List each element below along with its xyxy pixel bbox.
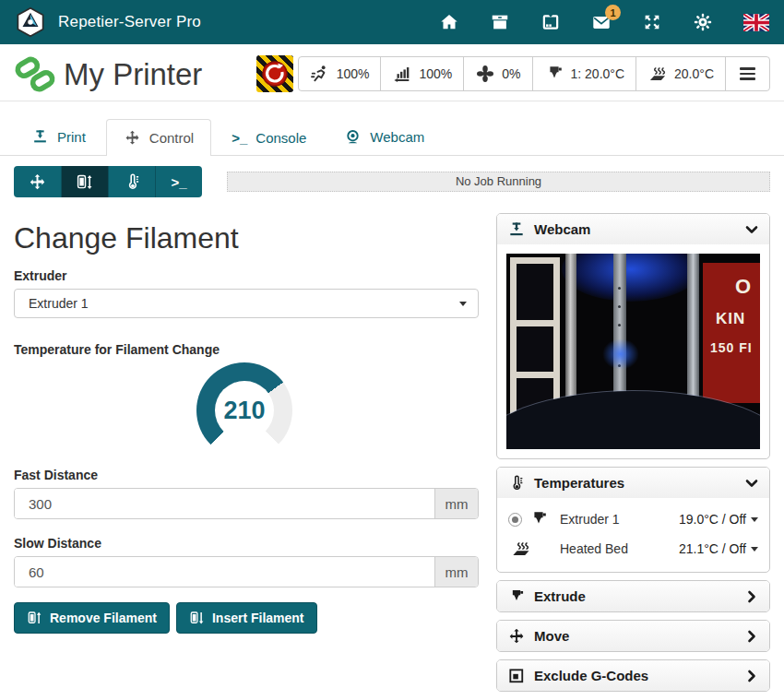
tab-control[interactable]: Control xyxy=(106,119,211,156)
webcam-left-rail xyxy=(565,254,576,418)
temperatures-panel: Temperatures Extruder 1 19.0°C / Off xyxy=(496,467,770,573)
remove-filament-label: Remove Filament xyxy=(50,611,157,625)
print-queue-icon[interactable] xyxy=(540,12,561,32)
exclude-region-icon xyxy=(507,667,526,685)
chevron-right-icon xyxy=(744,629,759,644)
temperature-label: Temperature for Filament Change xyxy=(14,342,479,357)
fast-distance-group: mm xyxy=(14,488,479,519)
filament-change-button[interactable] xyxy=(61,166,108,197)
extruder-select[interactable]: Extruder 1 xyxy=(14,289,479,318)
control-toolbar-row: >_ No Job Running xyxy=(14,166,770,197)
extruder-select-value: Extruder 1 xyxy=(29,296,89,311)
bed-temp-status[interactable]: 20.0°C xyxy=(636,57,725,90)
fan-icon xyxy=(475,64,495,84)
extruder-row-label: Extruder 1 xyxy=(560,512,620,527)
repetier-logo-icon xyxy=(15,6,46,38)
flow-multiplier-status[interactable]: 100% xyxy=(380,57,463,90)
temperature-gauge-value: 210 xyxy=(196,362,292,458)
tab-console[interactable]: >_ Console xyxy=(214,120,324,155)
filament-icon xyxy=(76,172,95,192)
fast-distance-label: Fast Distance xyxy=(14,468,479,482)
settings-gear-icon[interactable] xyxy=(693,12,713,32)
extruder-nozzle-icon xyxy=(544,64,564,84)
webcam-blue-glow-small xyxy=(602,338,639,370)
temperatures-panel-header[interactable]: Temperatures xyxy=(497,468,769,498)
slow-distance-label: Slow Distance xyxy=(14,536,479,551)
webcam-panel-title: Webcam xyxy=(534,221,590,237)
extruder-radio[interactable] xyxy=(508,513,522,527)
heated-bed-row-label: Heated Bed xyxy=(560,541,628,556)
job-status-bar: No Job Running xyxy=(227,172,770,192)
repetier-server-app: Repetier-Server Pro 1 xyxy=(0,0,784,700)
heated-bed-icon xyxy=(647,64,668,84)
extrude-panel: Extrude xyxy=(496,580,770,612)
console-icon: >_ xyxy=(171,174,186,190)
heated-bed-temperature-row: Heated Bed 21.1°C / Off xyxy=(508,534,758,564)
messages-icon[interactable]: 1 xyxy=(591,12,612,32)
emergency-stop-button[interactable] xyxy=(256,55,293,92)
console-icon: >_ xyxy=(232,130,247,146)
slow-distance-input[interactable] xyxy=(15,557,434,587)
language-flag-uk-icon[interactable] xyxy=(743,12,769,32)
fullscreen-icon[interactable] xyxy=(642,12,662,32)
sidebar: Webcam O KIN xyxy=(496,197,770,699)
tab-print-label: Print xyxy=(57,129,86,145)
print-icon xyxy=(31,128,49,146)
move-icon xyxy=(124,129,141,147)
remove-filament-button[interactable]: Remove Filament xyxy=(14,602,170,634)
printer-menu-button[interactable] xyxy=(725,57,769,90)
webcam-window-frame xyxy=(510,257,560,423)
tab-print[interactable]: Print xyxy=(14,118,103,155)
tab-webcam[interactable]: Webcam xyxy=(327,118,442,155)
change-filament-section: Change Filament Extruder Extruder 1 Temp… xyxy=(14,197,479,699)
move-icon xyxy=(28,172,47,192)
move-panel-header[interactable]: Move xyxy=(497,621,769,651)
tab-console-label: Console xyxy=(255,130,306,146)
app-title: Repetier-Server Pro xyxy=(58,13,201,31)
speed-multiplier-status[interactable]: 100% xyxy=(299,57,381,90)
webcam-panel-header[interactable]: Webcam xyxy=(497,214,769,244)
extrude-panel-header[interactable]: Extrude xyxy=(497,581,769,611)
tab-webcam-label: Webcam xyxy=(370,129,424,145)
gcode-console-button[interactable]: >_ xyxy=(155,166,202,197)
extruder-nozzle-icon xyxy=(529,509,549,529)
move-control-button[interactable] xyxy=(14,166,61,197)
webcam-panel: Webcam O KIN xyxy=(496,213,770,459)
temperature-control-button[interactable] xyxy=(108,166,155,197)
temperatures-panel-title: Temperatures xyxy=(534,475,624,491)
webcam-blue-glow xyxy=(562,254,700,302)
filament-in-icon xyxy=(189,610,206,626)
exclude-gcodes-panel: Exclude G-Codes xyxy=(496,659,770,692)
heated-bed-temp-dropdown[interactable]: 21.1°C / Off xyxy=(679,541,758,556)
move-icon xyxy=(507,627,526,646)
flow-icon xyxy=(392,64,412,84)
extruder-temp-value: 1: 20.0°C xyxy=(571,66,625,81)
temperature-gauge[interactable]: 210 xyxy=(196,362,292,458)
page-title: Change Filament xyxy=(14,221,479,255)
fan-status[interactable]: 0% xyxy=(463,57,531,90)
extruder-temp-status[interactable]: 1: 20.0°C xyxy=(532,57,636,90)
top-navigation-bar: Repetier-Server Pro 1 xyxy=(0,0,784,44)
control-button-group: >_ xyxy=(14,166,202,197)
webcam-image[interactable]: O KIN 150 FI xyxy=(506,254,760,449)
flow-value: 100% xyxy=(419,66,452,81)
printer-tabs: Print Control >_ Console Webcam xyxy=(0,101,784,156)
caret-down-icon xyxy=(751,517,758,522)
move-panel: Move xyxy=(496,620,770,652)
extruder-label: Extruder xyxy=(14,268,479,283)
fast-distance-input[interactable] xyxy=(15,489,434,518)
printer-box-icon[interactable] xyxy=(490,12,510,32)
exclude-gcodes-panel-header[interactable]: Exclude G-Codes xyxy=(497,660,769,691)
chevron-down-icon xyxy=(744,222,759,237)
bed-temp-value: 20.0°C xyxy=(674,66,714,81)
tab-control-label: Control xyxy=(149,130,194,146)
insert-filament-button[interactable]: Insert Filament xyxy=(176,602,317,634)
home-icon[interactable] xyxy=(439,12,459,32)
chevron-down-icon xyxy=(744,476,759,491)
chevron-right-icon xyxy=(744,589,759,604)
fast-distance-unit: mm xyxy=(434,489,478,518)
select-caret-icon xyxy=(459,302,467,306)
extrude-panel-title: Extrude xyxy=(534,588,586,604)
extruder-temp-dropdown[interactable]: 19.0°C / Off xyxy=(679,512,758,527)
insert-filament-label: Insert Filament xyxy=(212,611,304,625)
